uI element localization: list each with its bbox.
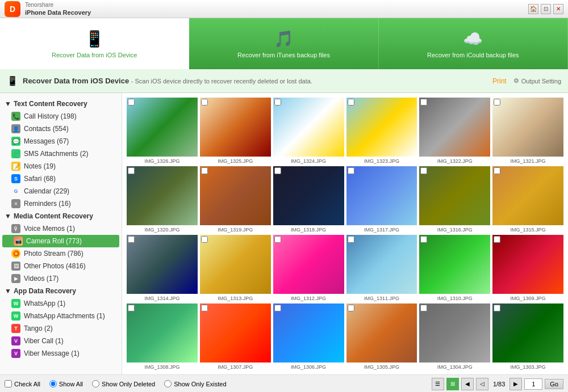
sidebar-item-viber-message[interactable]: V Viber Message (1) (0, 347, 122, 360)
sidebar-item-camera-roll[interactable]: 📷 Camera Roll (773) (2, 235, 119, 247)
photo-name: IMG_1323.JPG (346, 158, 417, 164)
check-all-checkbox[interactable] (5, 380, 12, 387)
photo-item[interactable]: IMG_1308.JPG (127, 304, 198, 370)
sidebar-item-messages[interactable]: 💬 Messages (67) (0, 135, 122, 147)
photo-name: IMG_1325.JPG (200, 158, 271, 164)
list-view-button[interactable]: ☰ (432, 378, 444, 390)
titlebar-left: D Tenorshare iPhone Data Recovery (5, 1, 91, 17)
sidebar-item-safari[interactable]: S Safari (68) (0, 172, 122, 185)
photo-item[interactable]: IMG_1317.JPG (346, 166, 417, 233)
photo-checkbox[interactable] (274, 236, 281, 243)
restore-button[interactable]: ⊡ (541, 4, 551, 14)
sidebar-item-photo-stream[interactable]: ⭕ Photo Stream (786) (0, 247, 122, 260)
tab-itunes[interactable]: 🎵 Recover from iTunes backup files (189, 18, 378, 69)
photo-item[interactable]: IMG_1311.JPG (346, 235, 417, 301)
photo-checkbox[interactable] (420, 236, 427, 243)
photo-item[interactable]: IMG_1318.JPG (273, 166, 344, 233)
photo-item[interactable]: IMG_1316.JPG (419, 166, 490, 233)
photo-item[interactable]: IMG_1304.JPG (419, 304, 490, 370)
photo-checkbox[interactable] (201, 99, 208, 106)
photo-checkbox[interactable] (348, 305, 354, 311)
photo-checkbox[interactable] (201, 236, 208, 243)
photo-checkbox[interactable] (420, 167, 427, 174)
photo-item[interactable]: IMG_1309.JPG (492, 235, 563, 301)
sidebar-item-voice-memos[interactable]: 🎙 Voice Memos (1) (0, 222, 122, 235)
photo-item[interactable]: IMG_1323.JPG (346, 98, 417, 164)
viber-call-icon: V (11, 336, 20, 345)
expand-icon: ▼ (5, 287, 11, 295)
photo-item[interactable]: IMG_1310.JPG (419, 235, 490, 301)
photo-checkbox[interactable] (420, 99, 427, 106)
show-existed-radio[interactable] (164, 380, 172, 387)
first-page-button[interactable]: ◁ (476, 378, 488, 390)
sidebar-item-viber-call[interactable]: V Viber Call (1) (0, 335, 122, 347)
photo-checkbox[interactable] (348, 99, 354, 106)
photo-item[interactable]: IMG_1307.JPG (200, 304, 271, 370)
itunes-icon: 🎵 (274, 29, 294, 48)
sidebar-item-reminders[interactable]: ≡ Reminders (16) (0, 197, 122, 210)
photo-thumbnail (419, 166, 490, 225)
sidebar-item-calendar[interactable]: G Calendar (229) (0, 185, 122, 197)
sidebar-item-videos[interactable]: ▶ Videos (17) (0, 272, 122, 285)
photo-checkbox[interactable] (274, 167, 281, 174)
sidebar-section-media[interactable]: ▼ Media Content Recovery (0, 210, 122, 222)
sidebar-section-app-data[interactable]: ▼ App Data Recovery (0, 285, 122, 297)
photo-checkbox[interactable] (274, 305, 281, 311)
photo-checkbox[interactable] (201, 305, 208, 311)
photo-item[interactable]: IMG_1312.JPG (273, 235, 344, 301)
grid-view-button[interactable]: ⊞ (446, 378, 459, 390)
sidebar-section-text[interactable]: ▼ Text Content Recovery (0, 98, 122, 110)
photo-item[interactable]: IMG_1321.JPG (492, 98, 563, 164)
page-info: 1/83 (493, 381, 505, 387)
photo-checkbox[interactable] (494, 236, 500, 243)
photo-thumbnail (273, 166, 344, 225)
page-number-input[interactable] (524, 378, 542, 390)
minimize-button[interactable]: 🏠 (528, 4, 538, 14)
sidebar-item-whatsapp[interactable]: W WhatsApp (1) (0, 297, 122, 310)
photo-item[interactable]: IMG_1319.JPG (200, 166, 271, 233)
photo-item[interactable]: IMG_1314.JPG (127, 235, 198, 301)
sidebar-item-sms-attachments[interactable]: 📎 SMS Attachments (2) (0, 147, 122, 160)
photo-checkbox[interactable] (420, 305, 427, 311)
sidebar-item-contacts[interactable]: 👤 Contacts (554) (0, 123, 122, 135)
show-all-radio[interactable] (49, 380, 57, 387)
titlebar: D Tenorshare iPhone Data Recovery 🏠 ⊡ ✕ (0, 0, 568, 18)
photo-item[interactable]: IMG_1326.JPG (127, 98, 198, 164)
photo-item[interactable]: IMG_1325.JPG (200, 98, 271, 164)
tab-ios[interactable]: 📱 Recover Data from iOS Device (0, 18, 189, 69)
go-button[interactable]: Go (545, 379, 563, 389)
sidebar-item-notes[interactable]: 📝 Notes (19) (0, 160, 122, 172)
next-page-button[interactable]: ▶ (509, 378, 522, 390)
photo-checkbox[interactable] (128, 99, 135, 106)
sidebar-item-whatsapp-attachments[interactable]: W WhatsApp Attachments (1) (0, 310, 122, 322)
photo-checkbox[interactable] (494, 99, 500, 106)
print-link[interactable]: Print (492, 77, 507, 85)
photo-checkbox[interactable] (128, 305, 135, 311)
photo-item[interactable]: IMG_1303.JPG (492, 304, 563, 370)
photo-item[interactable]: IMG_1320.JPG (127, 166, 198, 233)
photo-item[interactable]: IMG_1305.JPG (346, 304, 417, 370)
photo-item[interactable]: IMG_1315.JPG (492, 166, 563, 233)
photo-checkbox[interactable] (494, 167, 500, 174)
close-button[interactable]: ✕ (553, 4, 563, 14)
sidebar-item-other-photos[interactable]: 🖼 Other Photos (4816) (0, 260, 122, 272)
photo-checkbox[interactable] (348, 167, 354, 174)
sidebar-item-call-history[interactable]: 📞 Call History (198) (0, 110, 122, 123)
show-deleted-radio[interactable] (92, 380, 99, 387)
photo-checkbox[interactable] (128, 167, 135, 174)
photo-checkbox[interactable] (348, 236, 354, 243)
prev-page-button[interactable]: ◀ (461, 378, 474, 390)
photo-item[interactable]: IMG_1306.JPG (273, 304, 344, 370)
photo-item[interactable]: IMG_1324.JPG (273, 98, 344, 164)
sidebar-item-tango[interactable]: T Tango (2) (0, 322, 122, 335)
photo-item[interactable]: IMG_1322.JPG (419, 98, 490, 164)
tab-icloud[interactable]: ☁️ Recover from iCould backup files (379, 18, 568, 69)
notes-icon: 📝 (11, 162, 20, 171)
photo-checkbox[interactable] (201, 167, 208, 174)
tango-icon: T (11, 324, 20, 333)
output-settings-button[interactable]: ⚙ Output Setting (513, 77, 561, 85)
photo-checkbox[interactable] (274, 99, 281, 106)
photo-checkbox[interactable] (128, 236, 135, 243)
photo-item[interactable]: IMG_1313.JPG (200, 235, 271, 301)
photo-checkbox[interactable] (494, 305, 500, 311)
